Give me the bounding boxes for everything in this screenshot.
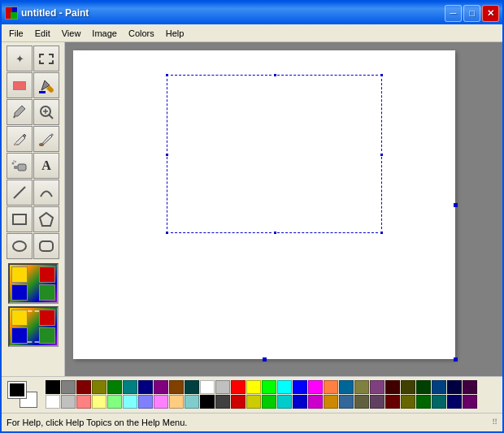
- color-swatch[interactable]: [370, 380, 385, 394]
- canvas[interactable]: [73, 50, 455, 359]
- maximize-button[interactable]: □: [463, 5, 480, 22]
- menu-view[interactable]: View: [56, 26, 87, 41]
- special-tool-2[interactable]: [7, 306, 60, 347]
- color-swatch[interactable]: [447, 395, 462, 409]
- fill-tool[interactable]: [33, 72, 59, 98]
- color-swatch[interactable]: [432, 380, 446, 394]
- color-swatch[interactable]: [231, 380, 245, 394]
- color-swatch[interactable]: [76, 395, 91, 409]
- color-swatch[interactable]: [293, 380, 307, 394]
- color-swatch[interactable]: [246, 395, 261, 409]
- color-swatch[interactable]: [385, 380, 400, 394]
- color-swatch[interactable]: [92, 395, 106, 409]
- handle-tr[interactable]: [380, 73, 384, 77]
- color-swatch[interactable]: [107, 380, 122, 394]
- menu-image[interactable]: Image: [86, 26, 123, 41]
- eraser-tool[interactable]: [7, 72, 33, 98]
- curve-tool[interactable]: [33, 180, 59, 206]
- handle-br[interactable]: [380, 231, 384, 235]
- color-swatch[interactable]: [169, 380, 184, 394]
- eyedropper-tool[interactable]: [7, 99, 33, 125]
- menu-colors[interactable]: Colors: [123, 26, 160, 41]
- canvas-bottom-handle[interactable]: [263, 357, 267, 362]
- foreground-color-swatch[interactable]: [8, 382, 26, 398]
- free-select-tool[interactable]: ✦: [7, 45, 33, 71]
- close-button[interactable]: ✕: [482, 5, 499, 22]
- color-swatch[interactable]: [308, 395, 323, 409]
- canvas-resize-handle[interactable]: [454, 357, 458, 362]
- color-swatch[interactable]: [200, 380, 215, 394]
- color-swatch[interactable]: [154, 380, 168, 394]
- color-swatch[interactable]: [154, 395, 168, 409]
- color-swatch[interactable]: [246, 380, 261, 394]
- color-swatch[interactable]: [262, 380, 276, 394]
- color-swatch[interactable]: [385, 395, 400, 409]
- handle-mr[interactable]: [380, 153, 384, 157]
- color-swatch[interactable]: [215, 395, 230, 409]
- color-swatch[interactable]: [432, 395, 446, 409]
- color-swatch[interactable]: [463, 395, 477, 409]
- color-swatch[interactable]: [293, 395, 307, 409]
- color-swatch[interactable]: [138, 395, 153, 409]
- color-swatch[interactable]: [354, 395, 369, 409]
- color-swatch[interactable]: [61, 380, 76, 394]
- handle-bl[interactable]: [165, 231, 169, 235]
- brush-tool[interactable]: [33, 126, 59, 152]
- handle-tl[interactable]: [165, 73, 169, 77]
- title-buttons: ─ □ ✕: [445, 5, 499, 22]
- menu-file[interactable]: File: [3, 26, 29, 41]
- color-swatch[interactable]: [169, 395, 184, 409]
- color-swatch[interactable]: [401, 395, 415, 409]
- color-swatch[interactable]: [123, 380, 137, 394]
- color-swatch[interactable]: [354, 380, 369, 394]
- minimize-button[interactable]: ─: [445, 5, 462, 22]
- rounded-rect-tool[interactable]: [33, 233, 59, 259]
- menu-help[interactable]: Help: [160, 26, 190, 41]
- rect-select-tool[interactable]: [33, 45, 59, 71]
- color-swatch[interactable]: [215, 380, 230, 394]
- menu-edit[interactable]: Edit: [29, 26, 56, 41]
- canvas-area[interactable]: [65, 42, 502, 376]
- color-swatch[interactable]: [339, 395, 354, 409]
- color-swatch[interactable]: [46, 395, 60, 409]
- polygon-tool[interactable]: [33, 206, 59, 232]
- color-swatch[interactable]: [324, 395, 338, 409]
- color-swatch[interactable]: [185, 380, 199, 394]
- color-swatch[interactable]: [92, 380, 106, 394]
- color-swatch[interactable]: [123, 395, 137, 409]
- color-swatch[interactable]: [107, 395, 122, 409]
- airbrush-tool[interactable]: [7, 153, 33, 179]
- color-swatch[interactable]: [463, 380, 477, 394]
- canvas-right-handle[interactable]: [454, 203, 458, 207]
- zoom-tool[interactable]: [33, 99, 59, 125]
- color-swatch[interactable]: [262, 395, 276, 409]
- color-swatch[interactable]: [416, 380, 431, 394]
- color-swatch[interactable]: [200, 395, 215, 409]
- color-swatch[interactable]: [324, 380, 338, 394]
- rectangle-tool[interactable]: [7, 206, 33, 232]
- color-swatch[interactable]: [339, 380, 354, 394]
- color-swatch[interactable]: [231, 395, 245, 409]
- handle-ml[interactable]: [165, 153, 169, 157]
- color-swatch[interactable]: [416, 395, 431, 409]
- special-tool-1[interactable]: [7, 263, 60, 304]
- svg-rect-0: [6, 7, 11, 13]
- color-swatch[interactable]: [277, 380, 292, 394]
- color-swatch[interactable]: [308, 380, 323, 394]
- text-tool[interactable]: A: [33, 153, 59, 179]
- pencil-tool[interactable]: [7, 126, 33, 152]
- title-bar-left: untitled - Paint: [5, 6, 89, 19]
- color-swatch[interactable]: [46, 380, 60, 394]
- color-swatch[interactable]: [76, 380, 91, 394]
- color-swatch[interactable]: [61, 395, 76, 409]
- line-tool[interactable]: [7, 180, 33, 206]
- color-swatch[interactable]: [185, 395, 199, 409]
- color-swatch[interactable]: [447, 380, 462, 394]
- handle-bm[interactable]: [273, 231, 277, 235]
- color-swatch[interactable]: [401, 380, 415, 394]
- handle-tm[interactable]: [273, 73, 277, 77]
- ellipse-tool[interactable]: [7, 233, 33, 259]
- color-swatch[interactable]: [370, 395, 385, 409]
- color-swatch[interactable]: [277, 395, 292, 409]
- color-swatch[interactable]: [138, 380, 153, 394]
